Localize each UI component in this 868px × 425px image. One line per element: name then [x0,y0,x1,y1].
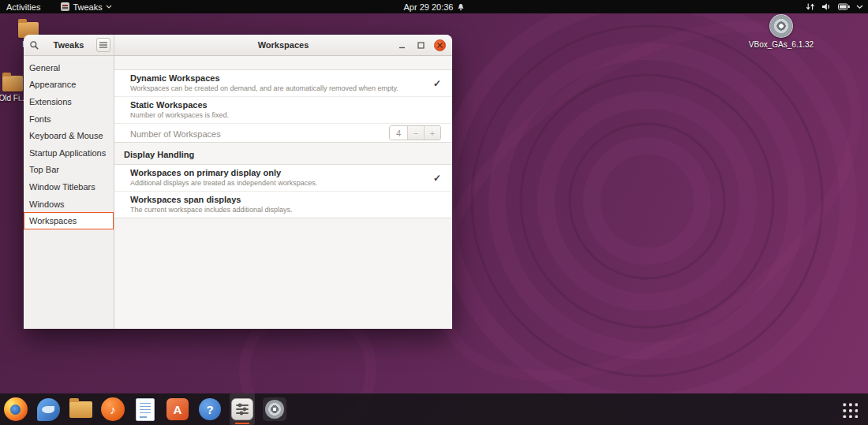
option-subtitle: Workspaces can be created on demand, and… [130,84,427,93]
workspaces-page: Dynamic Workspaces Workspaces can be cre… [114,56,452,329]
minimize-button[interactable] [396,39,408,51]
clock-menu[interactable]: Apr 29 20:36 [404,2,465,12]
cd-disc-icon [265,400,284,419]
volume-icon [821,2,832,11]
dock-item-help[interactable]: ? [197,393,223,425]
software-letter-glyph: A [174,403,182,416]
primary-menu-button[interactable] [96,38,110,52]
files-folder-icon [69,401,92,418]
workspaces-primary-display-option[interactable]: Workspaces on primary display only Addit… [114,165,452,192]
notification-bell-icon [458,3,465,11]
thunderbird-icon [37,398,60,421]
system-status-area[interactable] [806,2,863,11]
tweaks-icon [231,398,253,420]
page-title: Workspaces [258,40,309,50]
header-bar[interactable]: Tweaks Workspaces [24,35,452,56]
workspace-count-spinner[interactable]: 4 − + [389,125,441,140]
desktop-icon-label: VBox_GAs_6.1.32 [749,40,814,49]
maximize-icon [417,42,425,49]
option-subtitle: Additional displays are treated as indep… [130,179,427,188]
window-app-title: Tweaks [43,40,94,50]
dock-item-ubuntu-software[interactable]: A [165,393,190,425]
dock-item-mounted-disc[interactable] [262,393,287,425]
sidebar-item-top-bar[interactable]: Top Bar [24,162,114,179]
hamburger-menu-icon [99,42,107,48]
minimize-icon [398,42,406,49]
disc-tray-icon [263,397,286,421]
dock-item-libreoffice-writer[interactable] [133,393,158,425]
check-icon: ✓ [427,173,441,184]
sidebar-item-workspaces[interactable]: Workspaces [24,212,114,229]
desktop-icon-label: Old Fi... [0,94,27,103]
app-menu-button[interactable]: Tweaks [61,2,111,12]
top-bar: Activities Tweaks Apr 29 20:36 [0,0,868,13]
firefox-icon [4,397,28,421]
activities-button[interactable]: Activities [6,2,40,12]
search-icon [29,40,39,50]
display-handling-group: Workspaces on primary display only Addit… [114,164,452,218]
chevron-down-icon [106,5,112,9]
close-icon [437,43,443,48]
page-header: Workspaces [114,35,452,55]
number-of-workspaces-label: Number of Workspaces [130,129,221,139]
search-button[interactable] [27,38,41,52]
static-workspaces-option[interactable]: Static Workspaces Number of workspaces i… [114,97,452,124]
sidebar-item-appearance[interactable]: Appearance [24,76,114,94]
chevron-down-icon [856,5,863,9]
dock: ♪ A ? [0,393,868,425]
close-button[interactable] [434,39,446,51]
spinner-increment-button[interactable]: + [424,126,440,140]
sidebar-item-windows[interactable]: Windows [24,196,114,213]
dynamic-workspaces-option[interactable]: Dynamic Workspaces Workspaces can be cre… [114,70,452,97]
check-icon: ✓ [427,78,441,89]
app-grid-icon [840,401,858,418]
app-menu-label: Tweaks [73,2,102,12]
workspace-mode-group: Dynamic Workspaces Workspaces can be cre… [114,69,452,143]
desktop-icon-vbox-cd[interactable]: VBox_GAs_6.1.32 [754,14,809,49]
sidebar-item-fonts[interactable]: Fonts [24,110,114,128]
dock-item-files[interactable] [68,393,93,425]
folder-icon [2,76,23,91]
maximize-button[interactable] [415,39,427,51]
desktop-root: Activities Tweaks Apr 29 20:36 H... Old … [0,0,868,425]
rhythmbox-icon: ♪ [101,397,125,421]
network-updown-icon [806,2,815,11]
dock-item-rhythmbox[interactable]: ♪ [100,393,125,425]
sidebar-item-window-titlebars[interactable]: Window Titlebars [24,178,114,196]
dock-item-firefox[interactable] [3,393,28,425]
workspaces-span-displays-option[interactable]: Workspaces span displays The current wor… [114,192,452,218]
clock-label: Apr 29 20:36 [404,2,454,12]
tweaks-window: Tweaks Workspaces [24,35,452,329]
show-applications-button[interactable] [835,393,863,425]
number-of-workspaces-row: Number of Workspaces 4 − + [114,124,452,142]
option-title: Workspaces on primary display only [130,168,427,178]
help-icon: ? [199,398,221,420]
option-subtitle: The current workspace includes additiona… [130,206,427,214]
battery-icon [838,3,850,10]
ubuntu-software-icon: A [166,398,189,420]
cd-disc-icon [769,14,793,38]
sidebar-item-startup-applications[interactable]: Startup Applications [24,144,114,162]
option-title: Static Workspaces [130,100,427,110]
option-title: Workspaces span displays [130,195,427,205]
sidebar-item-extensions[interactable]: Extensions [24,93,114,110]
sidebar-item-keyboard-mouse[interactable]: Keyboard & Mouse [24,127,114,144]
spinner-decrement-button[interactable]: − [407,126,424,140]
dock-item-thunderbird[interactable] [36,393,61,425]
sidebar-item-general[interactable]: General [24,59,114,76]
libreoffice-writer-icon [136,398,155,421]
music-note-glyph: ♪ [110,403,116,416]
sliders-icon [234,401,250,417]
window-controls [396,35,446,55]
sidebar-header: Tweaks [24,35,114,55]
spinner-value[interactable]: 4 [390,126,407,140]
dock-item-tweaks[interactable] [230,393,255,425]
display-handling-heading: Display Handling [124,150,452,159]
option-title: Dynamic Workspaces [130,73,427,84]
option-subtitle: Number of workspaces is fixed. [130,111,427,120]
question-mark-glyph: ? [206,403,213,416]
sidebar: General Appearance Extensions Fonts Keyb… [24,56,114,329]
tweaks-mini-icon [61,2,69,11]
